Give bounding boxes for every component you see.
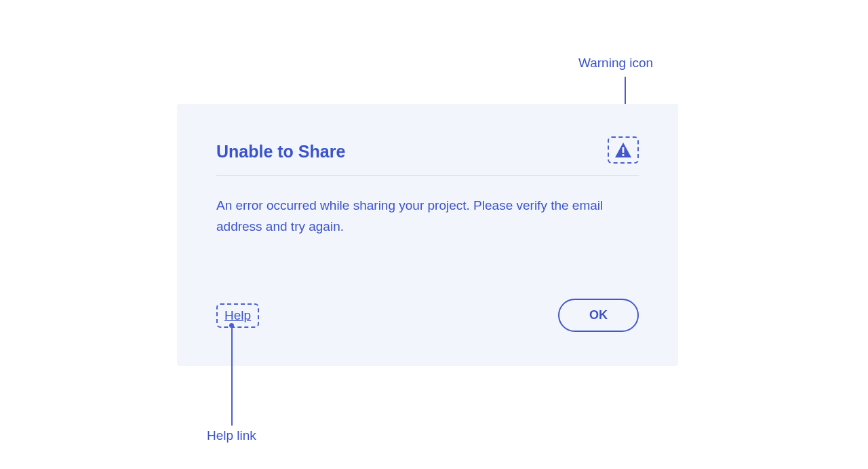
annotation-line xyxy=(231,325,233,426)
error-dialog: Unable to Share An error occurred while … xyxy=(177,104,678,366)
dialog-title: Unable to Share xyxy=(216,142,345,162)
warning-icon-highlight xyxy=(608,136,639,164)
dialog-footer: Help OK xyxy=(216,299,639,332)
ok-button[interactable]: OK xyxy=(558,299,639,332)
svg-rect-0 xyxy=(623,147,625,153)
help-link-highlight: Help xyxy=(216,303,259,328)
annotation-help-label: Help link xyxy=(207,428,256,443)
help-link[interactable]: Help xyxy=(224,308,251,322)
dialog-body-text: An error occurred while sharing your pro… xyxy=(216,195,639,238)
annotation-warning-label: Warning icon xyxy=(578,56,653,71)
dialog-header: Unable to Share xyxy=(216,142,639,176)
svg-rect-1 xyxy=(623,154,625,156)
warning-icon xyxy=(614,142,632,158)
